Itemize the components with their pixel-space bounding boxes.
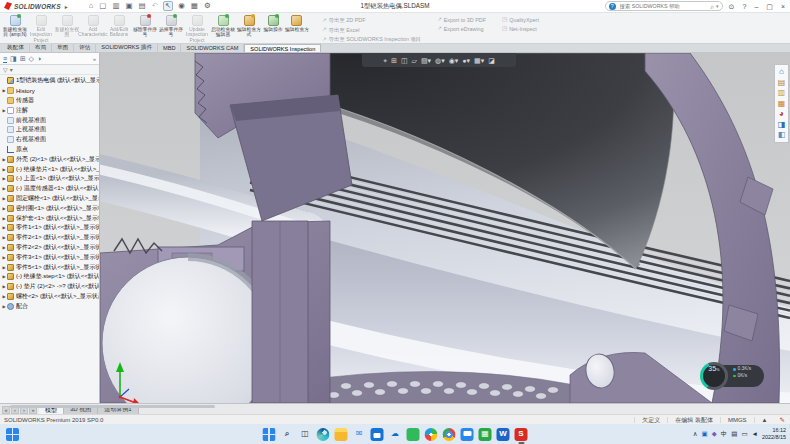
tree-item[interactable]: ▶ 保护套<1> (默认<<默认>_显示状态 [1, 213, 99, 223]
ribbon-tab[interactable]: 装配体 [2, 44, 30, 52]
filter-caret-icon[interactable]: ▾ [10, 66, 13, 73]
tree-item[interactable]: ▶ 固定螺栓<1> (默认<<默认>_显示状 [1, 194, 99, 204]
select-balloons-button[interactable]: 选择零件序号 [158, 15, 184, 43]
restore-icon[interactable]: ▢ [764, 3, 775, 10]
file-explorer[interactable] [335, 428, 348, 441]
view-palette-icon[interactable]: ▦ [778, 100, 786, 108]
close-icon[interactable]: × [779, 3, 787, 10]
edit-inspection-project-button[interactable]: Edit Inspection Project [28, 15, 54, 43]
view-orientation-icon[interactable]: ▧▾ [421, 57, 431, 64]
widgets-button[interactable] [6, 428, 19, 441]
update-inspection-project-button[interactable]: Update Inspection Project [184, 15, 210, 43]
file-explorer-tab-icon[interactable]: ▥ [778, 89, 786, 97]
export-item[interactable]: ↗导出至 2D PDF [322, 17, 421, 24]
tree-item[interactable]: 右视基准面 [1, 135, 99, 145]
propertymanager-tab[interactable]: ◨ [10, 55, 17, 63]
tree-item[interactable]: ▶ 零件5<1> (默认<<默认>_显示状态 [1, 262, 99, 272]
help-search-box[interactable]: ? ⌕ ▾ [605, 1, 723, 11]
tree-item[interactable]: 原点 [1, 145, 99, 155]
task-view-button[interactable]: ◫ [299, 428, 312, 441]
export-item[interactable]: ↗Export eDrawing [437, 26, 486, 32]
appearances-icon[interactable]: ◕ [779, 110, 784, 118]
search-icon[interactable]: ⌕ [710, 3, 714, 10]
panel-tabs-overflow-icon[interactable]: » [93, 56, 96, 62]
tree-item[interactable]: ▶ 密封圈<1> (默认<<默认>_显示状态 [1, 203, 99, 213]
ribbon-tab[interactable]: 布局 [30, 44, 52, 52]
volume-icon[interactable]: ◄ [752, 431, 758, 438]
forum-icon[interactable]: ◧ [778, 131, 786, 139]
search-caret-icon[interactable]: ▾ [716, 3, 719, 9]
select-icon[interactable]: ↖ [163, 1, 173, 11]
undo-icon[interactable]: ↶ [151, 2, 159, 10]
tree-item[interactable]: ▶ 零件3<1> (默认<<默认>_显示状态 [1, 252, 99, 262]
tree-item[interactable]: ▶ 螺栓<2> (默认<<默认>_显示状态 [1, 292, 99, 302]
tree-item[interactable]: ▶ 注解 [1, 105, 99, 115]
tree-item[interactable]: ▶ (-) 上盖<1> (默认<<默认>_显示状态 [1, 174, 99, 184]
remove-balloons-button[interactable]: 移除零件序号 [132, 15, 158, 43]
edit-inspection-side-button[interactable]: 编辑检查方 [284, 15, 310, 43]
tree-item[interactable]: 传感器 [1, 96, 99, 106]
design-library-icon[interactable]: ▤ [778, 79, 786, 87]
new-document-icon[interactable]: ▢ [98, 2, 107, 10]
edit-inspection-method-button[interactable]: 编辑检查方式 [236, 15, 262, 43]
defender-tray-icon[interactable]: ◆ [712, 431, 717, 438]
user-icon[interactable]: ⊙ [727, 3, 737, 10]
model-scene[interactable] [100, 53, 790, 403]
ribbon-tab[interactable]: 评估 [74, 44, 96, 52]
tree-item[interactable]: 1型铠装热电偶 (默认<默认_显示状态-1 [1, 76, 99, 86]
minimize-icon[interactable]: – [752, 3, 760, 10]
chrome-browser[interactable] [443, 428, 456, 441]
apply-scene-icon[interactable]: ▦▾ [474, 57, 484, 64]
pinwheel-app[interactable] [425, 428, 438, 441]
dimxpertmanager-tab[interactable]: ◇ [29, 55, 34, 63]
export-item[interactable]: ↗导出至 SOLIDWORKS Inspection 项目 [322, 36, 421, 43]
tree-item[interactable]: 前视基准面 [1, 115, 99, 125]
horizontal-scrollbar[interactable] [10, 405, 215, 408]
tree-item[interactable]: ▶ (-) 绝缘垫片<1> (默认<<默认>_显示 [1, 164, 99, 174]
taskbar-clock[interactable]: 16:12 2022/8/15 [762, 427, 786, 441]
zoom-fit-icon[interactable]: ⌖ [383, 57, 387, 64]
home-tab-icon[interactable]: ⌂ [779, 68, 784, 76]
zoom-area-icon[interactable]: ⊞ [391, 57, 397, 64]
onedrive-tray-icon[interactable]: ▣ [702, 431, 708, 438]
edit-operation-button[interactable]: 编辑操作 [262, 15, 284, 43]
export-item[interactable]: ◳Net-Inspect [502, 26, 539, 32]
ime-mode-icon[interactable]: 中 [721, 431, 728, 438]
save-icon[interactable]: ▣ [125, 2, 134, 10]
solidworks-app[interactable]: S [515, 428, 528, 441]
rebuild-icon[interactable]: ◉ [177, 2, 186, 10]
monitor-app[interactable] [461, 428, 474, 441]
view-settings-icon[interactable]: ◪ [488, 57, 495, 64]
ribbon-tab[interactable]: SOLIDWORKS Inspection [244, 44, 321, 52]
menu-flyout-arrow[interactable]: ▸ [65, 3, 68, 10]
new-inspection-project-button[interactable]: 新建检查项目 (amp;N) [2, 15, 28, 43]
graphics-viewport[interactable]: ⌖⊞◫▱▧▾◍▾◉▾●▾▦▾◪ ⌂▤▥▦◕◨◧ 35% 0.3K/s 0K/s [100, 53, 790, 403]
tree-item[interactable]: ▶ (-) 温度传感器<1> (默认<<默认>_显 [1, 184, 99, 194]
tree-item[interactable]: ▶ 零件2<2> (默认<<默认>_显示状态 [1, 243, 99, 253]
search-button[interactable]: ⌕ [281, 428, 294, 441]
section-view-icon[interactable]: ◫ [401, 57, 408, 64]
displaymanager-tab[interactable]: ◑ [37, 55, 41, 63]
settings-icon[interactable]: ⚙ [203, 2, 212, 10]
ribbon-tab[interactable]: SOLIDWORKS CAM [181, 44, 244, 52]
ribbon-tab[interactable]: MBD [158, 44, 181, 52]
keyboard-tray-icon[interactable]: ▤ [731, 431, 737, 438]
tree-item[interactable]: ▶ 零件2<1> (默认<<默认>_显示状态 [1, 233, 99, 243]
performance-gauge-widget[interactable]: 35% 0.3K/s 0K/s [700, 362, 764, 390]
tree-item[interactable]: ▶ 配合 [1, 301, 99, 311]
new-inspection-view-button[interactable]: 新建检查视图 [54, 15, 80, 43]
microsoft-store[interactable] [371, 428, 384, 441]
ribbon-tab[interactable]: SOLIDWORKS 插件 [96, 44, 158, 52]
wps-sheet-app[interactable]: ▦ [479, 428, 492, 441]
add-edit-balloons-button[interactable]: Add/Edit Balloons [106, 15, 132, 43]
add-characteristic-button[interactable]: Add Characteristic [80, 15, 106, 43]
mail-app[interactable]: ✉ [353, 428, 366, 441]
tree-item[interactable]: ▶ (-) 绝缘垫.step<1> (默认<<默认>_ [1, 272, 99, 282]
featuremanager-tab[interactable]: ≡ [3, 55, 7, 63]
print-icon[interactable]: ▤ [138, 2, 147, 10]
search-input[interactable] [618, 2, 709, 10]
filter-funnel-icon[interactable]: ▽ [3, 66, 8, 73]
custom-properties-icon[interactable]: ◨ [778, 121, 786, 129]
display-style-icon[interactable]: ◍▾ [435, 57, 445, 64]
export-item[interactable]: ↗Export to 3D PDF [437, 17, 486, 23]
